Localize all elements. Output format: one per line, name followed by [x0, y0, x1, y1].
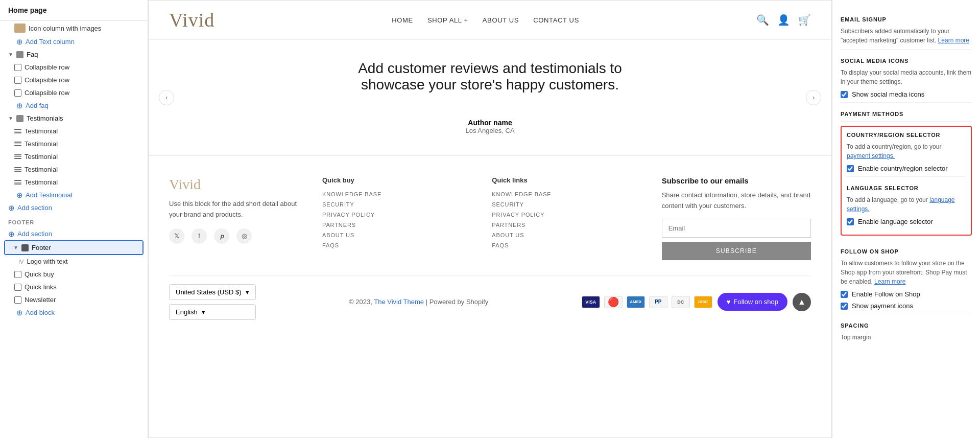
chevron-down-icon-testimonials: ▼ [8, 116, 13, 121]
quick-links-item[interactable]: Quick links [0, 281, 148, 293]
link-item[interactable]: FAQS [322, 242, 471, 248]
plus-icon-section2: ⊕ [8, 230, 15, 238]
footer-brand-desc: Use this block for the add short detail … [169, 199, 302, 220]
cart-icon[interactable]: 🛒 [798, 14, 811, 26]
show-payment-icons-label: Show payment icons [852, 302, 913, 310]
link-item[interactable]: PRIVACY POLICY [322, 212, 471, 218]
show-social-media-row: Show social media icons [841, 90, 972, 98]
add-testimonial[interactable]: ⊕ Add Testimonial [0, 189, 148, 201]
add-section-2[interactable]: ⊕ Add section [0, 227, 148, 240]
language-selector-desc: To add a language, go to your language s… [847, 195, 966, 214]
link-item[interactable]: SECURITY [492, 201, 641, 208]
enable-language-checkbox[interactable] [847, 218, 854, 225]
subscribe-button[interactable]: SUBSCRIBE [662, 242, 811, 260]
email-signup-title: EMAIL SIGNUP [841, 16, 972, 22]
search-icon[interactable]: 🔍 [756, 14, 769, 26]
facebook-icon[interactable]: f [192, 228, 207, 244]
faq-group-header[interactable]: ▼ Faq [0, 48, 148, 61]
nav-shop-all[interactable]: SHOP ALL + [427, 16, 468, 24]
next-arrow[interactable]: › [806, 90, 821, 105]
divider-4 [847, 176, 966, 177]
diners-icon: DC [672, 296, 690, 308]
powered-by: | Powered by Shopify [426, 298, 489, 306]
show-payment-icons-row: Show payment icons [841, 302, 972, 310]
plus-icon-faq: ⊕ [16, 102, 23, 109]
show-social-media-checkbox[interactable] [841, 91, 848, 98]
vivid-theme-link[interactable]: The Vivid Theme [374, 298, 424, 306]
twitter-icon[interactable]: 𝕏 [169, 228, 184, 244]
top-margin-label: Top margin [841, 333, 972, 342]
left-sidebar: Home page Icon column with images ⊕ Add … [0, 0, 148, 438]
nav-home[interactable]: HOME [392, 16, 413, 24]
prev-arrow[interactable]: ‹ [159, 90, 174, 105]
discover-icon: DISC [694, 296, 712, 308]
subscribe-desc: Share contact information, store details… [662, 190, 811, 212]
testimonial-item-1[interactable]: Testimonial [0, 125, 148, 137]
chevron-down-country: ▾ [246, 288, 249, 296]
country-language-highlighted: COUNTRY/REGION SELECTOR To add a country… [841, 126, 972, 236]
newsletter-item[interactable]: Newsletter [0, 293, 148, 306]
add-faq[interactable]: ⊕ Add faq [0, 99, 148, 112]
follow-on-shop-learn-more[interactable]: Learn more [874, 278, 905, 285]
link-item[interactable]: PARTNERS [492, 222, 641, 228]
enable-follow-checkbox[interactable] [841, 291, 848, 298]
footer-group-header[interactable]: ▼ Footer [5, 241, 142, 254]
logo-with-text-item[interactable]: IV Logo with text [0, 255, 148, 268]
paypal-icon: PP [649, 296, 667, 308]
account-icon[interactable]: 👤 [777, 14, 790, 26]
testimonial-item-3[interactable]: Testimonial [0, 150, 148, 163]
testimonial-item-5[interactable]: Testimonial [0, 176, 148, 189]
add-text-column[interactable]: ⊕ Add Text column [0, 35, 148, 48]
add-block[interactable]: ⊕ Add block [0, 306, 148, 319]
testimonials-group-icon [16, 115, 23, 122]
sidebar-header: Home page [0, 0, 148, 21]
link-item[interactable]: ABOUT US [492, 232, 641, 238]
nav-contact-us[interactable]: CONTACT US [533, 16, 579, 24]
link-item[interactable]: PARTNERS [322, 222, 471, 228]
quick-links-icon [14, 284, 21, 291]
link-item[interactable]: FAQS [492, 242, 641, 248]
faq-label: Faq [27, 51, 38, 58]
quick-buy-item[interactable]: Quick buy [0, 268, 148, 281]
chevron-down-language: ▾ [202, 308, 205, 316]
collapsible-row-3[interactable]: Collapsible row [0, 86, 148, 99]
plus-icon: ⊕ [16, 38, 23, 45]
footer-right-actions: VISA 🔴 AMEX PP DC DISC ♥ Follow on shop … [582, 293, 811, 311]
link-item[interactable]: ABOUT US [322, 232, 471, 238]
link-item[interactable]: KNOWLEDGE BASE [492, 191, 641, 197]
spacing-title: SPACING [841, 322, 972, 329]
divider-5 [841, 240, 972, 240]
language-selector[interactable]: English ▾ [169, 304, 256, 320]
country-selector-panel-title: COUNTRY/REGION SELECTOR [847, 132, 966, 138]
country-selector[interactable]: United States (USD $) ▾ [169, 284, 256, 300]
link-item[interactable]: PRIVACY POLICY [492, 212, 641, 218]
footer-group-label: Footer [32, 244, 51, 251]
divider-1 [841, 49, 972, 50]
follow-on-shop-button[interactable]: ♥ Follow on shop [718, 293, 787, 311]
scroll-to-top-button[interactable]: ▲ [793, 293, 811, 311]
enable-country-checkbox[interactable] [847, 165, 854, 172]
collapsible-row-2[interactable]: Collapsible row [0, 74, 148, 86]
country-selector-desc: To add a country/region, go to your paym… [847, 142, 966, 160]
add-section-1[interactable]: ⊕ Add section [0, 201, 148, 214]
footer-section: Vivid Use this block for the add short d… [149, 155, 831, 328]
language-select-value: English [176, 308, 198, 316]
payment-settings-link[interactable]: payment settings. [847, 152, 895, 159]
collapsible-icon-2 [14, 77, 21, 84]
instagram-icon[interactable]: ◎ [236, 228, 252, 244]
link-item[interactable]: KNOWLEDGE BASE [322, 191, 471, 197]
collapsible-row-1[interactable]: Collapsible row [0, 61, 148, 74]
sidebar-item-icon-column[interactable]: Icon column with images [0, 21, 148, 35]
link-item[interactable]: SECURITY [322, 201, 471, 208]
testimonial-item-2[interactable]: Testimonial [0, 137, 148, 150]
testimonials-group-header[interactable]: ▼ Testimonials [0, 112, 148, 125]
email-signup-link[interactable]: Learn more [938, 37, 969, 44]
nav-about-us[interactable]: ABOUT US [483, 16, 519, 24]
site-nav-icons: 🔍 👤 🛒 [756, 14, 811, 26]
quick-buy-icon [14, 271, 21, 278]
email-input[interactable] [662, 219, 811, 238]
testimonial-item-4[interactable]: Testimonial [0, 163, 148, 176]
show-payment-icons-checkbox[interactable] [841, 303, 848, 310]
site-nav: HOME SHOP ALL + ABOUT US CONTACT US [392, 16, 579, 24]
pinterest-icon[interactable]: 𝙥 [214, 228, 229, 244]
